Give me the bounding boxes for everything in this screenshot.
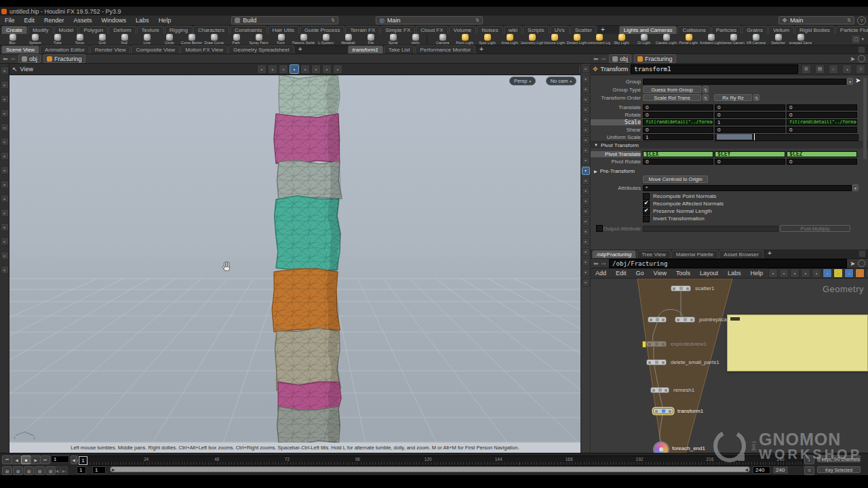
fog-display-icon[interactable]: ▪ (582, 268, 590, 277)
network-pane-split-icon[interactable] (859, 250, 866, 258)
realtime-toggle-icon[interactable]: ▤ (35, 466, 45, 475)
param-scrollbar[interactable] (863, 78, 867, 159)
align-nodes-icon[interactable]: ▪ (812, 268, 821, 278)
auto-key-icon[interactable]: ▤ (13, 466, 23, 475)
network-pane-tab[interactable]: Tree View (637, 250, 671, 258)
node-scatter1[interactable] (671, 285, 691, 291)
fractured-cube-beige[interactable] (275, 328, 341, 390)
add-network-tab-button[interactable]: + (764, 249, 775, 258)
presets-icon[interactable]: ▤ (815, 64, 825, 74)
select-geometry-arrow-icon[interactable]: ➤ (855, 77, 861, 84)
checkbox[interactable] (643, 216, 650, 222)
menu-item[interactable]: Help (154, 17, 176, 24)
snapshot-icon[interactable]: ▪ (582, 65, 590, 73)
shelf-tab[interactable]: Texture (137, 26, 164, 34)
checkbox[interactable] (643, 201, 650, 207)
shading-mode-icon[interactable]: ▪ (582, 136, 590, 144)
list-view-icon[interactable]: ▪ (790, 268, 800, 278)
playhead[interactable]: 1 (79, 456, 87, 465)
translate-z-field[interactable]: 0 (787, 104, 857, 110)
node-transform1[interactable] (653, 408, 673, 414)
rotate-y-field[interactable]: 0 (715, 112, 785, 118)
shape-palette-icon[interactable]: ▪ (833, 268, 843, 278)
shelf-tool[interactable]: Torus (68, 34, 91, 45)
net-pin-icon[interactable]: ➤ (850, 260, 855, 267)
shelf-tool[interactable]: GI Light (633, 34, 655, 45)
shelf-tool[interactable]: Stereo Camera (722, 34, 745, 45)
shelf-tab[interactable]: UVs (550, 26, 570, 34)
smooth-shade-icon[interactable]: ▪ (582, 157, 590, 165)
shelf-tool[interactable]: Curve Bezier (180, 34, 203, 45)
shelf-tool[interactable]: Portal Light (677, 34, 700, 45)
pane-tab[interactable]: Render View (90, 45, 131, 54)
grid-snap-icon[interactable]: ▪ (801, 268, 810, 278)
range-slider-left-handle[interactable]: ▶ (112, 467, 115, 472)
shelf-tool[interactable]: Spot Light (476, 34, 498, 45)
node-foreach_end1[interactable] (653, 441, 669, 453)
scale-icon[interactable]: ▪ (1, 109, 9, 117)
menu-item[interactable]: Assets (69, 17, 97, 24)
shelf-tool[interactable]: Path (225, 34, 248, 45)
shelf-set-selector[interactable]: ◎ Main⇅ (376, 16, 483, 24)
key-mode-select[interactable]: Key Selected (817, 466, 861, 473)
pin-icon[interactable]: ▪ (1, 209, 9, 217)
shelf-tool[interactable]: L-System (315, 34, 337, 45)
view-mode-arrow-icon[interactable]: ↖ (12, 66, 18, 73)
view-options-icon[interactable]: ▪ (1, 266, 9, 274)
reference-plane-icon[interactable]: ▪ (582, 177, 590, 185)
attributes-field[interactable]: * (643, 185, 852, 191)
shelf-tool[interactable]: Sphere (24, 34, 46, 45)
shelf-tab[interactable]: Constraints (230, 26, 267, 34)
auto-key-icon[interactable]: ⚿ (804, 466, 814, 475)
network-menu-item[interactable]: Tools (671, 270, 695, 277)
node-foreach-begin-node[interactable] (648, 317, 667, 323)
network-canvas[interactable]: scatter1pointreplicate1explodedview1dele… (591, 279, 868, 453)
forward-icon[interactable]: ➡ (11, 56, 16, 62)
pane-tab[interactable]: Animation Editor (40, 45, 90, 54)
home-view-icon[interactable]: ▪ (582, 106, 590, 114)
breadcrumb-obj[interactable]: obj (18, 54, 41, 63)
menu-item[interactable]: Windows (97, 17, 132, 24)
transform-order-select[interactable]: Scale Rot Trans (643, 94, 701, 101)
fractured-cube-grey[interactable] (277, 160, 342, 201)
viewport-camera-icon[interactable]: ▪ (333, 64, 342, 74)
uniform-scale-field[interactable]: 1 (643, 134, 713, 140)
magnet-icon[interactable]: ▪ (1, 237, 9, 245)
shelf-tab[interactable]: Vellum (768, 26, 794, 34)
pane-tab[interactable]: Performance Monitor (415, 45, 475, 54)
pane-split-icon[interactable] (858, 46, 865, 54)
pane-tab[interactable]: Scene View (1, 45, 39, 54)
pin-pane-icon[interactable]: ➤ (850, 56, 855, 62)
paint-icon[interactable]: ▪ (1, 180, 9, 188)
material-display-icon[interactable]: ▪ (582, 248, 590, 256)
shelf-tool[interactable]: Point Light (454, 34, 476, 45)
shelf-tab[interactable]: Characters (193, 26, 229, 34)
pre-transform-section[interactable]: ▶Pre-Transform (591, 167, 868, 175)
cut-wires-icon[interactable]: ▪ (768, 268, 778, 278)
shelf-tool[interactable]: Ambient Light (700, 34, 722, 45)
camera-badge[interactable]: No cam▾ (546, 77, 576, 85)
node-name-field[interactable]: transform1 (631, 64, 798, 74)
pane-tab[interactable]: Take List (384, 45, 415, 54)
fractured-cube-teal[interactable] (275, 196, 342, 272)
shelf-tool[interactable]: VR Camera (745, 34, 767, 45)
pivot-rotate-x-field[interactable]: 0 (643, 159, 713, 165)
jump-end-button[interactable]: ⏭ (40, 455, 50, 464)
end-frame-display[interactable]: 240 (773, 466, 788, 474)
sculpt-icon[interactable]: ▪ (1, 195, 9, 203)
group-menu-icon[interactable]: ▾ (847, 78, 853, 85)
network-menu-item[interactable]: View (649, 270, 671, 277)
shelf-tool[interactable]: Environment Light (588, 34, 610, 45)
shelf-tool[interactable]: Circle (158, 34, 180, 45)
pivot-translate-y-field[interactable]: $CEY (715, 151, 785, 157)
param-forward-icon[interactable]: ➡ (601, 56, 607, 62)
pivot-rotate-z-field[interactable]: 0 (787, 159, 857, 165)
gear-icon[interactable]: ⚙ (802, 64, 811, 74)
shelf-tab[interactable]: Scatter (570, 26, 597, 34)
contrast-icon[interactable]: ◑ (842, 64, 852, 74)
global-animation-options-icon[interactable]: ▤ (2, 466, 12, 475)
range-end-marker-icon[interactable]: ▶| (60, 466, 68, 475)
network-pane-tab[interactable]: Asset Browser (719, 250, 764, 258)
shelf-tool[interactable]: Helix (404, 34, 427, 45)
pivot-transform-section[interactable]: ▼Pivot Transform (591, 141, 868, 148)
